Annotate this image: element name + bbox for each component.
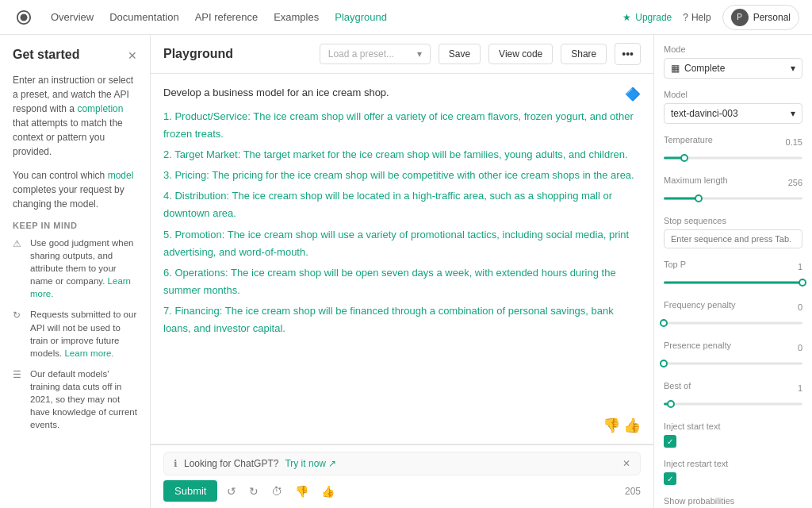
- logo[interactable]: [13, 6, 35, 29]
- completion-link[interactable]: completion: [77, 103, 123, 114]
- bottom-bar: ℹ Looking for ChatGPT? Try it now ↗ ✕ Su…: [151, 444, 653, 508]
- emoji-row: 👎 👍: [603, 417, 641, 434]
- top-p-slider[interactable]: [664, 276, 802, 289]
- upgrade-label: Upgrade: [635, 12, 672, 23]
- max-length-label: Maximum length: [664, 175, 728, 185]
- max-length-slider[interactable]: [664, 192, 802, 205]
- redo-button[interactable]: ↻: [246, 482, 262, 501]
- calendar-icon: ☰: [13, 368, 24, 431]
- sidebar-item-3-text: Our default models' training data cuts o…: [30, 368, 137, 431]
- nav-documentation[interactable]: Documentation: [109, 11, 178, 23]
- learn-more-link-2[interactable]: Learn more.: [64, 348, 113, 358]
- presence-penalty-label: Presence penalty: [664, 341, 731, 350]
- upgrade-button[interactable]: ★ Upgrade: [622, 12, 672, 23]
- model-section: Model text-davinci-003 ▾: [664, 90, 802, 124]
- mode-section: Mode ▦ Complete ▾: [664, 44, 802, 79]
- temperature-section: Temperature 0.15: [664, 135, 802, 164]
- model-chevron-icon: ▾: [791, 108, 795, 119]
- inject-start-checkbox[interactable]: ✓: [664, 435, 676, 448]
- freq-penalty-label: Frequency penalty: [664, 300, 736, 310]
- nav-right: ★ Upgrade ? Help P Personal: [622, 5, 799, 30]
- stop-sequences-input[interactable]: [664, 229, 802, 248]
- page-title: Playground: [163, 47, 233, 61]
- response-line-6: 6. Operations: The ice cream shop will b…: [163, 264, 641, 299]
- nav-api-reference[interactable]: API reference: [195, 11, 259, 23]
- char-count: 205: [625, 486, 641, 497]
- thumbs-down-button[interactable]: 👎: [292, 482, 312, 501]
- temperature-value: 0.15: [786, 137, 802, 147]
- try-it-now-label: Try it now: [285, 458, 326, 469]
- submit-button[interactable]: Submit: [163, 480, 217, 502]
- model-link[interactable]: model: [108, 170, 134, 181]
- response-text: 1. Product/Service: The ice cream shop w…: [163, 108, 641, 337]
- temperature-label: Temperature: [664, 135, 713, 144]
- thumbs-down-emoji[interactable]: 👎: [603, 417, 620, 434]
- model-select[interactable]: text-davinci-003 ▾: [664, 103, 802, 124]
- thumbs-up-emoji[interactable]: 👍: [623, 417, 641, 434]
- right-panel: Mode ▦ Complete ▾ Model text-davinci-003…: [653, 35, 812, 508]
- presence-penalty-section: Presence penalty 0: [664, 341, 802, 370]
- presence-penalty-slider[interactable]: [664, 357, 802, 370]
- inject-restart-section: Inject restart text ✓: [664, 459, 802, 485]
- response-line-3: 3. Pricing: The pricing for the ice crea…: [163, 167, 641, 184]
- external-link-icon: ↗: [328, 458, 336, 469]
- mode-select[interactable]: ▦ Complete ▾: [664, 58, 802, 79]
- view-code-button[interactable]: View code: [488, 44, 553, 64]
- help-button[interactable]: ? Help: [683, 12, 710, 23]
- response-line-7: 7. Financing: The ice cream shop will be…: [163, 302, 641, 337]
- inject-restart-checkbox[interactable]: ✓: [664, 472, 676, 485]
- sync-icon: ↻: [13, 309, 24, 359]
- presence-penalty-value: 0: [798, 343, 802, 352]
- freq-penalty-slider[interactable]: [664, 317, 802, 329]
- mode-value: Complete: [684, 63, 725, 74]
- sidebar-title: Get started: [13, 48, 79, 62]
- response-line-5: 5. Promotion: The ice cream shop will us…: [163, 226, 641, 261]
- sidebar-model-desc: You can control which model completes yo…: [13, 168, 137, 211]
- undo-button[interactable]: ↺: [224, 482, 239, 501]
- inject-start-section: Inject start text ✓: [664, 421, 802, 448]
- nav-playground[interactable]: Playground: [335, 11, 387, 23]
- top-p-value: 1: [798, 262, 802, 271]
- warning-icon: ⚠: [13, 237, 24, 300]
- history-button[interactable]: ⏱: [268, 482, 285, 501]
- share-button[interactable]: Share: [561, 44, 607, 64]
- show-prob-section: Show probabilities Off ▾: [664, 496, 802, 508]
- nav-links: Overview Documentation API reference Exa…: [51, 11, 387, 23]
- best-of-label: Best of: [664, 381, 691, 391]
- avatar: P: [731, 9, 749, 26]
- notice-close-button[interactable]: ✕: [622, 458, 630, 469]
- nav-examples[interactable]: Examples: [274, 11, 319, 23]
- sidebar-item-2-text: Requests submitted to our API will not b…: [30, 308, 137, 359]
- max-length-section: Maximum length 256: [664, 175, 802, 205]
- best-of-slider[interactable]: [664, 398, 802, 410]
- show-prob-label: Show probabilities: [664, 496, 802, 506]
- inject-restart-label: Inject restart text: [664, 459, 802, 468]
- personal-button[interactable]: P Personal: [722, 5, 799, 30]
- more-options-button[interactable]: •••: [615, 43, 641, 65]
- sidebar-item-1: ⚠ Use good judgment when sharing outputs…: [13, 237, 137, 300]
- ai-generate-icon: 🔷: [625, 87, 641, 102]
- nav-overview[interactable]: Overview: [51, 11, 94, 23]
- thumbs-up-button[interactable]: 👍: [318, 482, 338, 501]
- preset-select[interactable]: Load a preset... ▾: [320, 44, 431, 64]
- help-label: Help: [691, 12, 711, 23]
- response-line-1: 1. Product/Service: The ice cream shop w…: [163, 108, 641, 143]
- main-layout: Get started ✕ Enter an instruction or se…: [0, 35, 812, 508]
- top-nav: Overview Documentation API reference Exa…: [0, 0, 812, 35]
- freq-penalty-value: 0: [798, 302, 802, 312]
- model-label: Model: [664, 90, 802, 99]
- try-it-now-link[interactable]: Try it now ↗: [285, 458, 336, 469]
- keep-in-mind-header: KEEP IN MIND: [13, 221, 137, 230]
- inject-start-checkmark: ✓: [667, 437, 673, 446]
- response-line-2: 2. Target Market: The target market for …: [163, 146, 641, 164]
- temperature-slider[interactable]: [664, 152, 802, 164]
- sidebar-item-1-text: Use good judgment when sharing outputs, …: [30, 237, 137, 300]
- top-p-label: Top P: [664, 260, 686, 269]
- upgrade-icon: ★: [622, 12, 631, 23]
- save-button[interactable]: Save: [439, 44, 481, 64]
- sidebar-item-3: ☰ Our default models' training data cuts…: [13, 368, 137, 431]
- sidebar-close-button[interactable]: ✕: [128, 49, 137, 62]
- text-area-wrapper: 🔷 Develop a business model for an ice cr…: [151, 74, 653, 444]
- prompt-text: Develop a business model for an ice crea…: [163, 87, 641, 98]
- preset-placeholder: Load a preset...: [328, 48, 394, 60]
